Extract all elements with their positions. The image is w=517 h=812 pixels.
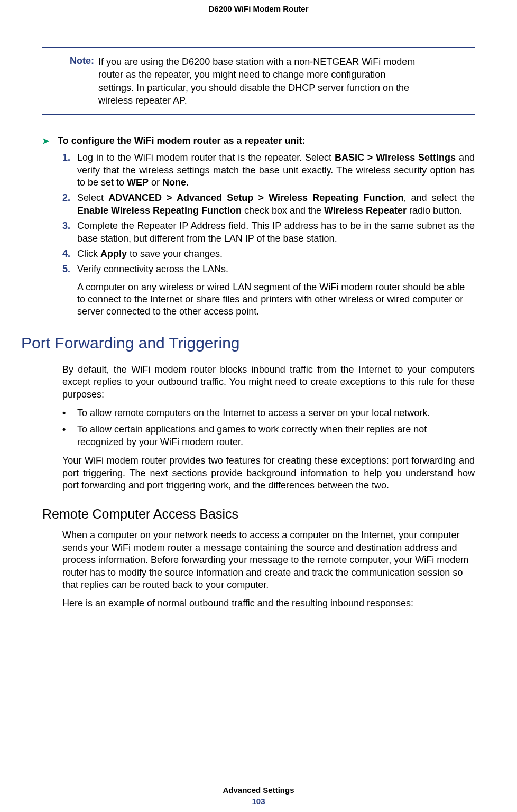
procedure-arrow-icon: ➤ <box>42 136 49 146</box>
section-heading-port-forwarding: Port Forwarding and Triggering <box>21 334 475 352</box>
bullet-item: • To allow certain applications and game… <box>62 423 475 448</box>
step-text: check box and the <box>242 205 324 216</box>
section-heading-remote-access: Remote Computer Access Basics <box>42 506 475 522</box>
step-item: 2. Select ADVANCED > Advanced Setup > Wi… <box>62 192 475 217</box>
bullet-item: • To allow remote computers on the Inter… <box>62 407 475 419</box>
step-item: 5. Verify connectivity across the LANs. <box>62 263 475 275</box>
footer-page-number: 103 <box>0 797 517 806</box>
bullet-text: To allow certain applications and games … <box>77 423 475 448</box>
step-body: Complete the Repeater IP Address field. … <box>77 220 475 245</box>
footer-title: Advanced Settings <box>0 786 517 795</box>
step-bold: Apply <box>100 248 127 259</box>
step-item: 1. Log in to the WiFi modem router that … <box>62 152 475 189</box>
step-number: 2. <box>62 192 77 217</box>
step-body: Log in to the WiFi modem router that is … <box>77 152 475 189</box>
paragraph: Here is an example of normal outbound tr… <box>62 597 475 610</box>
step-bold: Wireless Repeater <box>324 205 407 216</box>
step-text: radio button. <box>407 205 462 216</box>
step-number: 3. <box>62 220 77 245</box>
step-bold: WEP <box>127 177 149 188</box>
bullet-list: • To allow remote computers on the Inter… <box>62 407 475 448</box>
step-text: Log in to the WiFi modem router that is … <box>77 152 335 163</box>
bullet-text: To allow remote computers on the Interne… <box>77 407 430 419</box>
step-number: 4. <box>62 248 77 260</box>
procedure-title: To configure the WiFi modem router as a … <box>58 135 306 146</box>
step-body: Select ADVANCED > Advanced Setup > Wirel… <box>77 192 475 217</box>
step-number: 5. <box>62 263 77 275</box>
step-body: Click Apply to save your changes. <box>77 248 475 260</box>
procedure-steps: 1. Log in to the WiFi modem router that … <box>62 152 475 276</box>
note-label: Note: <box>70 56 94 107</box>
footer-rule <box>42 781 475 781</box>
step-text: Click <box>77 248 100 259</box>
step-bold: BASIC > Wireless Settings <box>335 152 456 163</box>
step-text: . <box>186 177 189 188</box>
step-item: 3. Complete the Repeater IP Address fiel… <box>62 220 475 245</box>
note-block: Note: If you are using the D6200 base st… <box>42 47 475 115</box>
step-bold: Enable Wireless Repeating Function <box>77 205 242 216</box>
step-subtext: A computer on any wireless or wired LAN … <box>77 281 475 318</box>
step-number: 1. <box>62 152 77 189</box>
note-text: If you are using the D6200 base station … <box>98 56 421 107</box>
bullet-dot-icon: • <box>62 407 77 419</box>
procedure-title-row: ➤ To configure the WiFi modem router as … <box>42 135 475 146</box>
step-text: to save your changes. <box>127 248 223 259</box>
step-bold: None <box>162 177 186 188</box>
paragraph: When a computer on your network needs to… <box>62 529 475 591</box>
step-text: or <box>149 177 162 188</box>
step-bold: ADVANCED > Advanced Setup > Wireless Rep… <box>108 192 403 203</box>
paragraph: By default, the WiFi modem router blocks… <box>62 364 475 401</box>
document-header: D6200 WiFi Modem Router <box>42 0 475 40</box>
step-text: Select <box>77 192 108 203</box>
step-item: 4. Click Apply to save your changes. <box>62 248 475 260</box>
step-body: Verify connectivity across the LANs. <box>77 263 475 275</box>
paragraph: Your WiFi modem router provides two feat… <box>62 455 475 492</box>
bullet-dot-icon: • <box>62 423 77 448</box>
step-text: , and select the <box>403 192 475 203</box>
page-footer: Advanced Settings 103 <box>0 781 517 806</box>
